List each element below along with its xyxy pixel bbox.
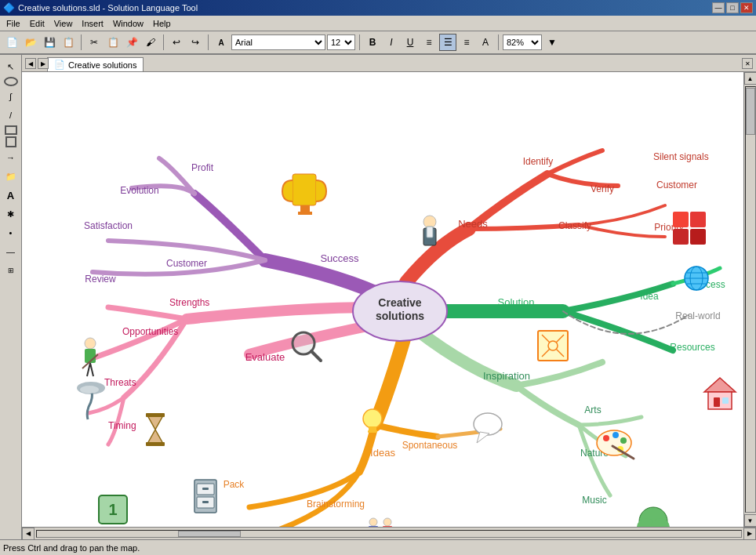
svg-rect-41 — [427, 227, 433, 238]
zoom-selector[interactable]: 82% — [503, 34, 542, 50]
menu-help[interactable]: Help — [148, 17, 176, 30]
svg-text:Review: Review — [85, 274, 116, 285]
tool-arrow[interactable]: ↖ — [2, 58, 20, 75]
svg-point-92 — [474, 413, 502, 435]
svg-text:Customer: Customer — [656, 180, 697, 190]
align-left-button[interactable]: ≡ — [420, 34, 438, 51]
svg-rect-54 — [146, 413, 165, 417]
svg-rect-94 — [673, 212, 689, 227]
minimize-button[interactable]: — — [712, 2, 725, 13]
vscroll-track[interactable] — [745, 86, 756, 513]
center-area: ◀ ▶ 📄 Creative solutions ✕ — [22, 55, 756, 539]
svg-rect-95 — [690, 212, 706, 227]
separator2 — [163, 34, 164, 50]
format2-button[interactable]: A — [213, 34, 230, 51]
tab-prev[interactable]: ◀ — [25, 58, 36, 69]
svg-text:solutions: solutions — [376, 310, 424, 322]
svg-rect-51 — [368, 430, 377, 433]
cut-button[interactable]: ✂ — [85, 34, 103, 51]
svg-text:Verify: Verify — [591, 183, 614, 194]
svg-rect-37 — [300, 205, 310, 212]
save-as-button[interactable]: 📋 — [60, 34, 77, 51]
maximize-button[interactable]: □ — [726, 2, 739, 13]
tool-arrow2[interactable]: → — [2, 149, 20, 166]
tool-star[interactable]: ✱ — [2, 205, 20, 223]
tool-curve[interactable]: ∫ — [2, 88, 20, 105]
svg-rect-38 — [298, 212, 312, 215]
menu-file[interactable]: File — [2, 17, 25, 30]
svg-point-49 — [363, 409, 382, 428]
svg-rect-97 — [690, 229, 706, 245]
separator3 — [208, 34, 209, 50]
vscroll-thumb[interactable] — [746, 88, 755, 135]
svg-point-71 — [383, 518, 391, 526]
fontsize-selector[interactable]: 12 — [327, 34, 355, 50]
undo-button[interactable]: ↩ — [168, 34, 185, 51]
new-button[interactable]: 📄 — [3, 34, 20, 51]
app-window: 🔷 Creative solutions.sld - Solution Lang… — [0, 0, 756, 555]
status-text: Press Ctrl and drag to pan the map. — [3, 543, 140, 553]
redo-button[interactable]: ↪ — [187, 34, 204, 51]
tab-next[interactable]: ▶ — [38, 58, 49, 69]
tool-folder[interactable]: 📁 — [2, 168, 20, 185]
save-button[interactable]: 💾 — [41, 34, 58, 51]
italic-button[interactable]: I — [383, 34, 400, 51]
main-area: ↖ ∫ / → 📁 A ✱ • — ⊞ ◀ ▶ 📄 — [0, 55, 756, 539]
tool-square[interactable] — [5, 136, 16, 147]
hscroll-right[interactable]: ▶ — [743, 528, 756, 540]
zoom-dropdown[interactable]: ▼ — [543, 34, 561, 51]
svg-point-84 — [612, 432, 619, 438]
canvas-area: Creative solutions Success Profit Evolut… — [22, 72, 756, 527]
tool-oval[interactable] — [4, 77, 18, 86]
svg-text:Real-world: Real-world — [675, 310, 720, 321]
tool-dash[interactable]: — — [2, 243, 20, 260]
vscroll-down[interactable]: ▼ — [744, 514, 757, 527]
align-right-button[interactable]: ≡ — [458, 34, 475, 51]
tool-text[interactable]: A — [2, 187, 20, 204]
format-button[interactable]: 🖌 — [142, 34, 159, 51]
font-selector[interactable]: Arial — [231, 34, 325, 50]
svg-text:Arts: Arts — [584, 404, 601, 415]
align-center-button[interactable]: ☰ — [439, 34, 456, 51]
vscroll-up[interactable]: ▲ — [744, 72, 757, 85]
close-button[interactable]: ✕ — [740, 2, 753, 13]
menu-window[interactable]: Window — [108, 17, 148, 30]
separator5 — [498, 34, 499, 50]
svg-text:Timing: Timing — [108, 420, 136, 431]
hscroll-left[interactable]: ◀ — [22, 528, 35, 540]
tool-line[interactable]: / — [2, 107, 20, 124]
svg-rect-72 — [383, 526, 392, 527]
bold-button[interactable]: B — [364, 34, 381, 51]
svg-rect-81 — [202, 501, 209, 503]
font-color-button[interactable]: A — [477, 34, 494, 51]
svg-point-53 — [80, 386, 99, 394]
tool-rect[interactable] — [5, 125, 17, 135]
svg-text:Ideas: Ideas — [370, 447, 395, 459]
paste-button[interactable]: 📌 — [123, 34, 140, 51]
svg-rect-67 — [714, 397, 720, 407]
tab-creative-solutions[interactable]: 📄 Creative solutions — [47, 57, 144, 71]
tab-close[interactable]: ✕ — [742, 58, 753, 69]
horizontal-scrollbar: ◀ ▶ — [22, 527, 756, 539]
menu-edit[interactable]: Edit — [25, 17, 49, 30]
svg-point-69 — [369, 518, 377, 526]
svg-text:Opportunities: Opportunities — [122, 326, 178, 337]
mindmap-canvas[interactable]: Creative solutions Success Profit Evolut… — [22, 72, 743, 527]
tool-expand[interactable]: ⊞ — [2, 262, 20, 279]
hscroll-thumb[interactable] — [178, 531, 241, 537]
svg-text:1: 1 — [108, 501, 117, 518]
svg-point-64 — [548, 341, 558, 350]
svg-text:Spontaneous: Spontaneous — [402, 440, 458, 451]
svg-text:Identify: Identify — [523, 156, 554, 167]
svg-text:Strengths: Strengths — [169, 297, 209, 308]
menu-insert[interactable]: Insert — [77, 17, 108, 30]
hscroll-track[interactable] — [36, 530, 742, 538]
copy-button[interactable]: 📋 — [104, 34, 122, 51]
underline-button[interactable]: U — [402, 34, 419, 51]
svg-text:Music: Music — [582, 495, 606, 506]
svg-text:Profit: Profit — [191, 162, 214, 173]
open-button[interactable]: 📂 — [22, 34, 39, 51]
tool-dot[interactable]: • — [2, 224, 20, 241]
menu-view[interactable]: View — [49, 17, 78, 30]
tab-label: Creative solutions — [68, 60, 136, 70]
